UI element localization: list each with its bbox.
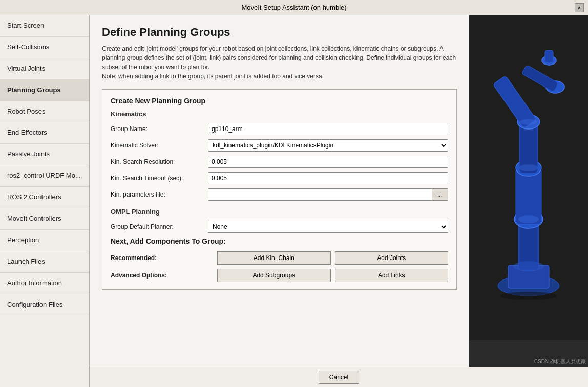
- components-grid: Recommended: Add Kin. Chain Add Joints A…: [111, 251, 448, 282]
- kin-search-res-input[interactable]: [208, 156, 448, 168]
- main-layout: Start ScreenSelf-CollisionsVirtual Joint…: [0, 15, 588, 387]
- kin-solver-select[interactable]: kdl_kinematics_plugin/KDLKinematicsPlugi…: [208, 139, 448, 152]
- ompl-planner-label: Group Default Planner:: [111, 223, 208, 230]
- ompl-planner-select[interactable]: None EST KPIECE BKPIECE LBKPIECE RRT RRT…: [208, 221, 448, 233]
- svg-rect-13: [545, 50, 553, 62]
- create-section-title: Create New Planning Group: [111, 97, 448, 105]
- ompl-planner-row: Group Default Planner: None EST KPIECE B…: [111, 221, 448, 233]
- kin-solver-row: Kinematic Solver: kdl_kinematics_plugin/…: [111, 139, 448, 152]
- cancel-button[interactable]: Cancel: [319, 371, 359, 384]
- components-title: Next, Add Components To Group:: [111, 237, 448, 245]
- page-title: Define Planning Groups: [102, 26, 457, 39]
- components-section: Next, Add Components To Group: Recommend…: [111, 237, 448, 282]
- add-subgroups-button[interactable]: Add Subgroups: [217, 269, 331, 282]
- sidebar-item-robot-poses[interactable]: Robot Poses: [0, 101, 89, 123]
- sidebar-item-planning-groups[interactable]: Planning Groups: [0, 80, 89, 101]
- sidebar-item-start-screen[interactable]: Start Screen: [0, 15, 89, 37]
- sidebar-item-self-collisions[interactable]: Self-Collisions: [0, 37, 89, 58]
- svg-point-16: [519, 164, 538, 171]
- svg-point-18: [500, 292, 557, 300]
- desc-line2: Note: when adding a link to the group, i…: [102, 73, 324, 80]
- kin-search-res-label: Kin. Search Resolution:: [111, 158, 208, 165]
- svg-point-14: [513, 261, 544, 271]
- recommended-label: Recommended:: [111, 254, 213, 262]
- create-planning-group-section: Create New Planning Group Kinematics Gro…: [102, 89, 457, 290]
- sidebar-item-author-information[interactable]: Author Information: [0, 273, 89, 294]
- window-title: MoveIt Setup Assistant (on humble): [13, 4, 575, 11]
- sidebar-item-perception[interactable]: Perception: [0, 230, 89, 251]
- svg-point-17: [520, 119, 537, 125]
- add-kin-chain-button[interactable]: Add Kin. Chain: [217, 251, 331, 265]
- kin-search-res-row: Kin. Search Resolution:: [111, 156, 448, 168]
- group-name-input[interactable]: [208, 123, 448, 135]
- description: Create and edit 'joint model' groups for…: [102, 44, 457, 81]
- kin-solver-label: Kinematic Solver:: [111, 142, 208, 149]
- kin-params-input-group: ...: [208, 188, 448, 201]
- watermark: CSDN @机器人梦想家: [534, 358, 586, 365]
- add-joints-button[interactable]: Add Joints: [335, 251, 449, 265]
- robot-preview-panel: visual collision CSDN @机器人梦想家: [469, 15, 588, 387]
- sidebar-item-configuration-files[interactable]: Configuration Files: [0, 294, 89, 316]
- kin-search-timeout-label: Kin. Search Timeout (sec):: [111, 175, 208, 182]
- group-name-row: Group Name:: [111, 123, 448, 135]
- sidebar-item-moveit-controllers[interactable]: MoveIt Controllers: [0, 208, 89, 230]
- sidebar-item-ros2-control[interactable]: ros2_control URDF Mo...: [0, 165, 89, 187]
- ompl-title: OMPL Planning: [111, 208, 448, 216]
- sidebar-item-passive-joints[interactable]: Passive Joints: [0, 144, 89, 165]
- browse-button[interactable]: ...: [432, 188, 448, 201]
- sidebar-item-ros2-controllers[interactable]: ROS 2 Controllers: [0, 187, 89, 208]
- content-area: Define Planning Groups Create and edit '…: [90, 15, 469, 387]
- kin-params-row: Kin. parameters file: ...: [111, 188, 448, 201]
- group-name-label: Group Name:: [111, 125, 208, 133]
- kinematics-subsection: Kinematics: [111, 110, 448, 118]
- robot-canvas: [469, 15, 588, 340]
- svg-point-15: [518, 215, 539, 223]
- kin-params-label: Kin. parameters file:: [111, 191, 208, 198]
- kin-search-timeout-row: Kin. Search Timeout (sec):: [111, 172, 448, 184]
- sidebar-item-virtual-joints[interactable]: Virtual Joints: [0, 58, 89, 80]
- kin-params-input[interactable]: [208, 188, 432, 201]
- ompl-section: OMPL Planning Group Default Planner: Non…: [111, 208, 448, 233]
- sidebar: Start ScreenSelf-CollisionsVirtual Joint…: [0, 15, 90, 387]
- robot-svg: [477, 30, 580, 327]
- title-bar: MoveIt Setup Assistant (on humble) ×: [0, 0, 588, 15]
- advanced-label: Advanced Options:: [111, 272, 213, 279]
- sidebar-item-end-effectors[interactable]: End Effectors: [0, 122, 89, 144]
- footer-bar: Cancel: [90, 367, 588, 387]
- kin-search-timeout-input[interactable]: [208, 172, 448, 184]
- close-button[interactable]: ×: [575, 3, 584, 12]
- sidebar-item-launch-files[interactable]: Launch Files: [0, 251, 89, 273]
- add-links-button[interactable]: Add Links: [335, 269, 449, 282]
- desc-line1: Create and edit 'joint model' groups for…: [102, 45, 456, 71]
